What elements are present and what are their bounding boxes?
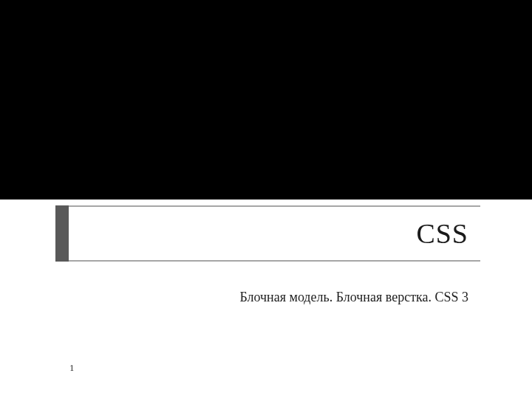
page-number: 1 bbox=[69, 362, 75, 374]
title-block: CSS bbox=[55, 205, 480, 262]
slide-subtitle: Блочная модель. Блочная верстка. CSS 3 bbox=[55, 290, 480, 305]
top-black-region bbox=[0, 0, 532, 200]
slide-title: CSS bbox=[416, 217, 468, 250]
title-accent-bar bbox=[55, 205, 69, 262]
